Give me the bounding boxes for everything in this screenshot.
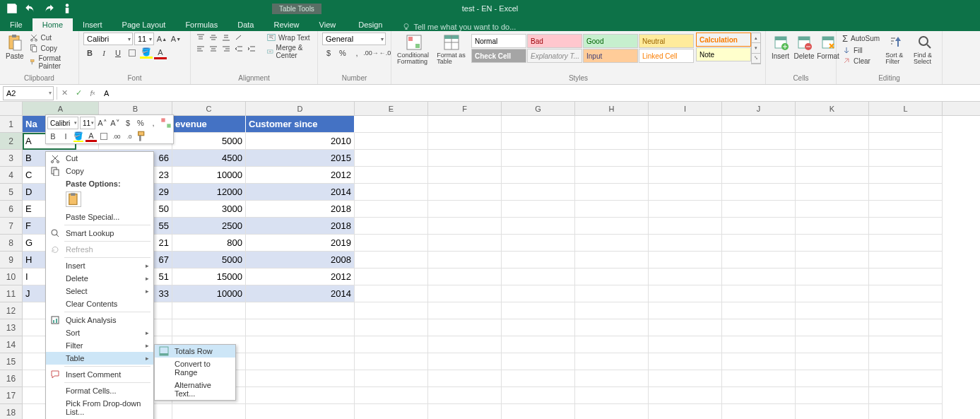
cell[interactable] — [575, 116, 649, 133]
column-header[interactable]: J — [722, 102, 796, 115]
row-header[interactable]: 15 — [0, 353, 23, 370]
cell[interactable] — [246, 336, 355, 353]
row-header[interactable]: 5 — [0, 184, 23, 201]
redo-button[interactable] — [42, 2, 55, 15]
cell[interactable] — [722, 353, 796, 370]
cell[interactable] — [649, 302, 722, 319]
cell[interactable] — [796, 268, 869, 285]
row-header[interactable]: 8 — [0, 235, 23, 252]
cell[interactable]: evenue — [172, 116, 246, 133]
row-header[interactable]: 6 — [0, 201, 23, 218]
tell-me-search[interactable]: Tell me what you want to do... — [392, 23, 526, 31]
cell[interactable] — [722, 404, 796, 419]
cell[interactable] — [796, 387, 869, 404]
column-header[interactable]: D — [246, 102, 355, 115]
cell[interactable] — [796, 116, 869, 133]
cell[interactable] — [502, 319, 575, 336]
submenu-convert-range[interactable]: Convert to Range — [155, 358, 235, 379]
cell[interactable] — [428, 336, 502, 353]
cell[interactable] — [575, 201, 649, 218]
wrap-text-button[interactable]: Wrap Text — [266, 33, 313, 42]
cell[interactable] — [869, 235, 943, 252]
cell[interactable] — [428, 370, 502, 387]
decrease-indent-button[interactable] — [233, 44, 244, 54]
cell[interactable] — [796, 201, 869, 218]
cell[interactable] — [649, 184, 722, 201]
cell[interactable] — [796, 319, 869, 336]
insert-cells-button[interactable]: Insert — [770, 33, 791, 61]
cell[interactable] — [649, 353, 722, 370]
cell[interactable] — [428, 319, 502, 336]
ctx-quick-analysis[interactable]: Quick Analysis — [46, 314, 153, 326]
row-header[interactable]: 3 — [0, 150, 23, 167]
cell[interactable] — [722, 116, 796, 133]
cell[interactable] — [796, 133, 869, 150]
submenu-totals-row[interactable]: Totals Row — [155, 345, 235, 358]
autosum-button[interactable]: ΣAutoSum — [841, 33, 881, 45]
row-header[interactable]: 16 — [0, 370, 23, 387]
cell[interactable] — [869, 268, 943, 285]
cell[interactable] — [502, 302, 575, 319]
cell[interactable] — [355, 133, 428, 150]
cell[interactable] — [869, 319, 943, 336]
cell[interactable] — [172, 404, 246, 419]
ctx-pick-list[interactable]: Pick From Drop-down List... — [46, 397, 153, 418]
mini-dec-decimal[interactable]: .0 — [124, 131, 135, 142]
cell[interactable] — [428, 218, 502, 235]
tab-insert[interactable]: Insert — [73, 18, 112, 31]
cell[interactable] — [502, 370, 575, 387]
cell[interactable] — [649, 116, 722, 133]
tab-formulas[interactable]: Formulas — [175, 18, 228, 31]
bold-button[interactable]: B — [83, 47, 96, 59]
cell[interactable] — [722, 184, 796, 201]
cell[interactable] — [575, 387, 649, 404]
cell[interactable] — [649, 319, 722, 336]
cell[interactable]: 2012 — [246, 268, 355, 285]
underline-button[interactable]: U — [112, 47, 124, 59]
ctx-smart-lookup[interactable]: Smart Lookup — [46, 227, 153, 240]
cell[interactable]: 2014 — [246, 285, 355, 302]
increase-indent-button[interactable] — [246, 44, 257, 54]
ctx-table[interactable]: Table▸ — [46, 352, 153, 365]
number-format-combo[interactable]: General — [322, 33, 386, 45]
insert-function-button[interactable]: fx — [85, 86, 100, 100]
column-header[interactable]: I — [649, 102, 722, 115]
cell[interactable] — [649, 133, 722, 150]
cell[interactable] — [355, 184, 428, 201]
cell[interactable] — [796, 150, 869, 167]
align-center-button[interactable] — [208, 44, 219, 54]
cell[interactable] — [428, 150, 502, 167]
cell[interactable] — [649, 201, 722, 218]
row-header[interactable]: 13 — [0, 319, 23, 336]
cell[interactable]: 800 — [172, 235, 246, 252]
mini-decrease-font[interactable]: A˅ — [110, 117, 121, 129]
percent-button[interactable]: % — [336, 47, 349, 59]
clear-button[interactable]: Clear — [841, 56, 881, 66]
cell[interactable] — [575, 150, 649, 167]
cell[interactable] — [722, 150, 796, 167]
cell[interactable] — [869, 150, 943, 167]
cell[interactable]: 4500 — [172, 150, 246, 167]
cell[interactable] — [649, 336, 722, 353]
delete-cells-button[interactable]: Delete — [793, 33, 815, 61]
mini-percent[interactable]: % — [135, 117, 146, 129]
cell[interactable] — [428, 201, 502, 218]
cell[interactable] — [428, 184, 502, 201]
cell[interactable] — [575, 235, 649, 252]
cancel-formula-button[interactable]: ✕ — [57, 86, 71, 100]
cell[interactable] — [502, 167, 575, 184]
cell[interactable] — [246, 404, 355, 419]
mini-bold[interactable]: B — [47, 131, 59, 142]
column-header[interactable]: H — [575, 102, 649, 115]
cell[interactable] — [355, 353, 428, 370]
cell[interactable] — [428, 133, 502, 150]
cell[interactable]: 3000 — [172, 201, 246, 218]
cell[interactable] — [869, 133, 943, 150]
align-right-button[interactable] — [220, 44, 232, 54]
row-header[interactable]: 7 — [0, 218, 23, 235]
enter-formula-button[interactable]: ✓ — [71, 86, 85, 100]
cell[interactable] — [502, 235, 575, 252]
cell[interactable] — [649, 218, 722, 235]
cell[interactable] — [246, 319, 355, 336]
cell[interactable] — [722, 285, 796, 302]
